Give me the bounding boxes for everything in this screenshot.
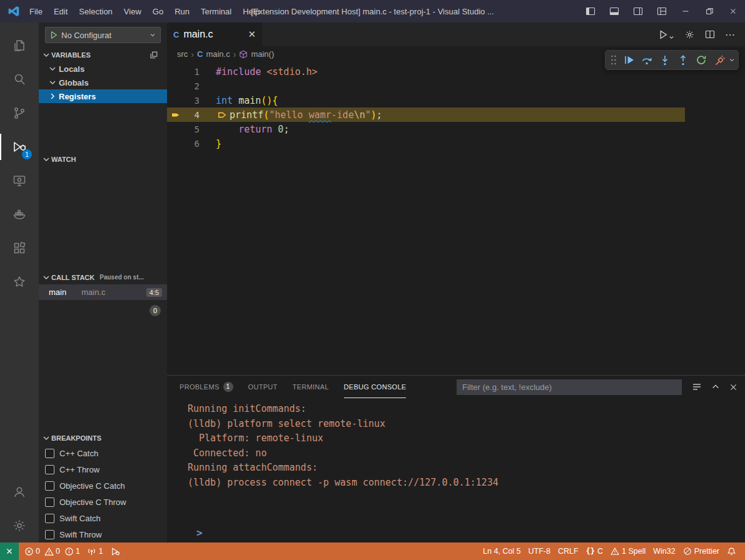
menu-edit[interactable]: Edit	[48, 4, 73, 19]
checkbox[interactable]	[45, 498, 54, 507]
git-branch-icon	[12, 106, 27, 121]
chevron-right-icon: ›	[233, 49, 236, 59]
menu-go[interactable]: Go	[147, 4, 169, 19]
checkbox[interactable]	[45, 465, 54, 474]
activity-explorer[interactable]	[0, 29, 39, 62]
breakpoint-gutter[interactable]	[167, 110, 185, 120]
tab-main-c[interactable]: C main.c ✕	[167, 22, 262, 46]
restore-icon[interactable]	[697, 0, 721, 22]
maximize-panel-icon[interactable]	[711, 382, 720, 391]
launch-configuration-dropdown[interactable]: No Configurat	[45, 27, 161, 43]
menu-terminal[interactable]: Terminal	[195, 4, 237, 19]
activity-extensions[interactable]	[0, 231, 39, 265]
activity-wamr-ide[interactable]	[0, 265, 39, 299]
variables-item-registers[interactable]: Registers	[39, 89, 167, 103]
activity-search[interactable]	[0, 62, 39, 96]
chevron-down-icon[interactable]	[728, 56, 736, 64]
toggle-panel-icon[interactable]	[602, 0, 626, 22]
checkbox[interactable]	[45, 481, 54, 491]
continue-button[interactable]	[619, 51, 637, 69]
current-position-marker-icon	[218, 111, 226, 119]
activity-run-debug[interactable]: 1	[0, 130, 39, 164]
close-icon[interactable]	[721, 0, 745, 22]
code-line-current: 4 printf("hello wamr-ide\n");	[167, 108, 745, 122]
checkbox[interactable]	[45, 530, 54, 539]
breadcrumb-folder[interactable]: src	[177, 49, 188, 59]
step-over-button[interactable]	[637, 51, 656, 69]
notifications-bell[interactable]	[723, 542, 740, 560]
run-file-button[interactable]	[658, 29, 674, 40]
call-stack-section-header[interactable]: CALL STACK Paused on st...	[39, 270, 167, 284]
platform-indicator[interactable]: Win32	[649, 542, 679, 560]
collapse-lines-icon[interactable]	[692, 382, 702, 392]
eol-indicator[interactable]: CRLF	[554, 542, 582, 560]
code-text[interactable]: #include <stdio.h>	[200, 66, 318, 78]
step-into-button[interactable]	[656, 51, 674, 69]
variables-item-locals[interactable]: Locals	[39, 62, 167, 76]
activity-accounts[interactable]	[0, 475, 39, 509]
activity-docker[interactable]	[0, 198, 39, 231]
ports-status[interactable]: 1	[83, 542, 107, 560]
open-panel-icon[interactable]	[150, 51, 158, 59]
variables-section-header[interactable]: VARIABLES	[39, 48, 167, 62]
debug-console-output[interactable]: Running initCommands: (lldb) platform se…	[167, 398, 745, 542]
code-text[interactable]: }	[200, 138, 221, 149]
encoding-indicator[interactable]: UTF-8	[524, 542, 554, 560]
console-input-prompt[interactable]: >	[188, 525, 745, 540]
stack-frame-row[interactable]: main main.c 4:5	[39, 284, 167, 300]
watch-section-header[interactable]: WATCH	[39, 152, 167, 166]
restart-button[interactable]	[692, 51, 710, 69]
spell-checker-status[interactable]: 1 Spell	[607, 542, 649, 560]
split-editor-icon[interactable]	[705, 29, 715, 39]
variables-item-globals[interactable]: Globals	[39, 76, 167, 89]
tab-output[interactable]: OUTPUT	[248, 376, 278, 398]
code-text[interactable]: printf("hello wamr-ide\n");	[200, 109, 382, 121]
menu-view[interactable]: View	[118, 4, 147, 19]
close-tab-icon[interactable]: ✕	[248, 29, 256, 40]
breakpoint-item[interactable]: C++ Catch	[39, 445, 167, 461]
close-panel-icon[interactable]	[729, 383, 737, 391]
breakpoint-item[interactable]: Swift Catch	[39, 510, 167, 526]
menu-selection[interactable]: Selection	[73, 4, 118, 19]
activity-remote-explorer[interactable]	[0, 164, 39, 198]
menu-run[interactable]: Run	[169, 4, 195, 19]
toggle-sidebar-icon[interactable]	[579, 0, 602, 22]
code-token: "	[365, 109, 371, 121]
breakpoint-item[interactable]: Objective C Throw	[39, 494, 167, 510]
breakpoint-item[interactable]: C++ Throw	[39, 461, 167, 478]
tab-debug-console[interactable]: DEBUG CONSOLE	[344, 376, 407, 398]
start-debug-icon[interactable]	[49, 31, 58, 39]
minimize-icon[interactable]	[674, 0, 697, 22]
step-out-button[interactable]	[674, 51, 692, 69]
drag-grip-icon[interactable]	[608, 54, 619, 66]
menu-help[interactable]: Help	[237, 4, 265, 19]
filter-input[interactable]	[457, 379, 682, 395]
checkbox[interactable]	[45, 514, 54, 523]
breakpoints-section-header[interactable]: BREAKPOINTS	[39, 431, 167, 445]
code-text[interactable]: return 0;	[200, 124, 289, 135]
disconnect-button[interactable]	[710, 51, 728, 69]
checkbox[interactable]	[45, 449, 54, 458]
menu-file[interactable]: File	[24, 4, 48, 19]
more-actions-icon[interactable]: ⋯	[725, 29, 735, 41]
configuration-label: No Configurat	[61, 31, 146, 40]
formatter-status[interactable]: Prettier	[679, 542, 723, 560]
activity-settings[interactable]	[0, 509, 39, 542]
breakpoint-item[interactable]: Swift Throw	[39, 526, 167, 542]
cursor-position[interactable]: Ln 4, Col 5	[479, 542, 524, 560]
gear-icon[interactable]	[684, 29, 695, 40]
debug-status[interactable]	[107, 542, 124, 560]
tab-problems[interactable]: PROBLEMS 1	[180, 376, 233, 398]
breakpoint-item[interactable]: Objective C Catch	[39, 478, 167, 494]
code-text[interactable]: int main(){	[200, 95, 278, 106]
language-mode[interactable]: {} C	[582, 542, 607, 560]
breadcrumb-symbol[interactable]: main()	[251, 49, 274, 59]
toggle-secondary-sidebar-icon[interactable]	[626, 0, 650, 22]
code-editor[interactable]: 1 #include <stdio.h> 2 3 int main(){ 4 p…	[167, 62, 745, 375]
breadcrumb-file[interactable]: main.c	[206, 49, 230, 59]
activity-source-control[interactable]	[0, 96, 39, 130]
remote-indicator[interactable]	[0, 542, 19, 560]
tab-terminal[interactable]: TERMINAL	[293, 376, 329, 398]
customize-layout-icon[interactable]	[650, 0, 674, 22]
problems-status[interactable]: 0 0 1	[21, 542, 83, 560]
